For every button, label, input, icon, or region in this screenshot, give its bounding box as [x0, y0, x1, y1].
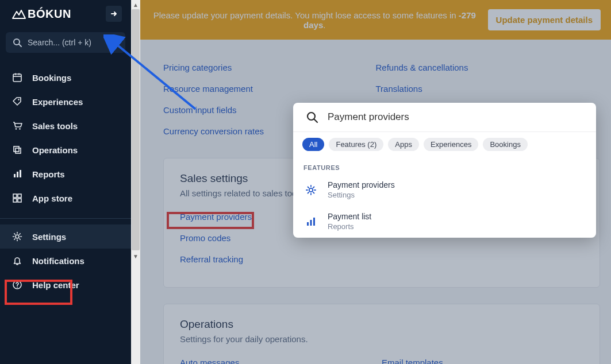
svg-rect-15: [18, 194, 21, 198]
sidebar-item-operations[interactable]: Operations: [0, 138, 131, 162]
sidebar-item-help-center[interactable]: Help center: [0, 273, 131, 297]
primary-nav: Bookings Experiences Sales tools Operati…: [0, 63, 131, 299]
search-popup: All Features (2) Apps Experiences Bookin…: [293, 103, 596, 238]
popup-search-input[interactable]: [328, 111, 583, 123]
svg-point-7: [16, 128, 17, 130]
sidebar-item-label: Help center: [32, 280, 79, 290]
sidebar-item-settings[interactable]: Settings: [0, 224, 131, 249]
sidebar-item-label: Reports: [32, 169, 65, 179]
result-title: Payment list: [328, 212, 371, 221]
result-payment-providers[interactable]: Payment providers Settings: [293, 175, 596, 206]
result-payment-list[interactable]: Payment list Reports: [293, 206, 596, 238]
bar-chart-icon: [303, 214, 318, 229]
svg-rect-17: [18, 199, 21, 202]
svg-rect-12: [17, 172, 18, 177]
svg-rect-25: [310, 220, 312, 226]
svg-rect-9: [14, 146, 19, 152]
mountain-icon: [11, 8, 26, 20]
gear-icon: [303, 183, 318, 198]
brand-logo: BÓKUN: [11, 7, 71, 21]
sidebar-header: BÓKUN: [0, 0, 131, 29]
calendar-icon: [11, 72, 23, 83]
svg-point-23: [309, 188, 313, 191]
svg-line-1: [19, 44, 21, 47]
chip-apps[interactable]: Apps: [388, 138, 419, 151]
sidebar-item-label: Sales tools: [32, 121, 78, 131]
bell-icon: [11, 255, 23, 266]
copy-icon: [11, 145, 23, 155]
sidebar-item-notifications[interactable]: Notifications: [0, 249, 131, 273]
svg-rect-2: [13, 74, 21, 82]
scrollbar-thumb[interactable]: [132, 9, 140, 250]
nav-divider: [0, 218, 131, 219]
search-placeholder: Search... (ctrl + k): [28, 38, 91, 47]
sidebar-item-sales-tools[interactable]: Sales tools: [0, 114, 131, 138]
brand-name: BÓKUN: [28, 7, 71, 21]
bar-chart-icon: [11, 169, 23, 179]
svg-rect-26: [313, 218, 315, 226]
chip-bookings[interactable]: Bookings: [483, 138, 527, 151]
sidebar-item-label: Operations: [32, 145, 78, 155]
arrow-right-icon: [110, 10, 118, 18]
help-icon: [11, 280, 23, 290]
popup-search-row: [293, 103, 596, 132]
result-subtitle: Settings: [328, 191, 395, 199]
sidebar: BÓKUN Search... (ctrl + k) Bookings Expe…: [0, 0, 131, 364]
svg-point-6: [18, 99, 19, 100]
sidebar-item-reports[interactable]: Reports: [0, 162, 131, 186]
svg-rect-14: [13, 194, 17, 198]
sidebar-item-app-store[interactable]: App store: [0, 186, 131, 210]
sidebar-item-bookings[interactable]: Bookings: [0, 65, 131, 90]
grid-icon: [11, 193, 23, 203]
scroll-up-arrow-icon[interactable]: ▲: [132, 1, 140, 9]
sidebar-item-experiences[interactable]: Experiences: [0, 90, 131, 114]
sidebar-item-label: Notifications: [32, 256, 84, 266]
results-group-label: FEATURES: [293, 157, 596, 175]
chip-all[interactable]: All: [302, 138, 324, 151]
sidebar-item-label: App store: [32, 193, 72, 203]
cart-icon: [11, 121, 23, 131]
chip-features[interactable]: Features (2): [329, 138, 383, 151]
svg-rect-11: [14, 174, 16, 177]
svg-line-22: [314, 119, 318, 123]
sidebar-item-label: Bookings: [32, 73, 71, 83]
filter-chips: All Features (2) Apps Experiences Bookin…: [293, 132, 596, 157]
collapse-sidebar-button[interactable]: [106, 6, 122, 22]
tag-icon: [11, 96, 23, 107]
svg-rect-24: [307, 222, 309, 226]
global-search-input[interactable]: Search... (ctrl + k): [6, 32, 125, 53]
svg-rect-13: [20, 170, 21, 177]
gear-icon: [11, 231, 23, 242]
sidebar-item-label: Experiences: [32, 97, 83, 107]
result-subtitle: Reports: [328, 222, 371, 231]
result-title: Payment providers: [328, 180, 395, 189]
chip-experiences[interactable]: Experiences: [424, 138, 479, 151]
svg-rect-10: [16, 148, 21, 153]
svg-point-20: [17, 286, 18, 288]
svg-point-18: [16, 235, 19, 238]
search-icon: [13, 38, 22, 47]
svg-rect-16: [13, 199, 17, 202]
svg-point-8: [19, 128, 21, 130]
sidebar-item-label: Settings: [32, 232, 66, 242]
search-icon: [306, 111, 318, 123]
scroll-down-arrow-icon[interactable]: ▼: [132, 252, 140, 260]
